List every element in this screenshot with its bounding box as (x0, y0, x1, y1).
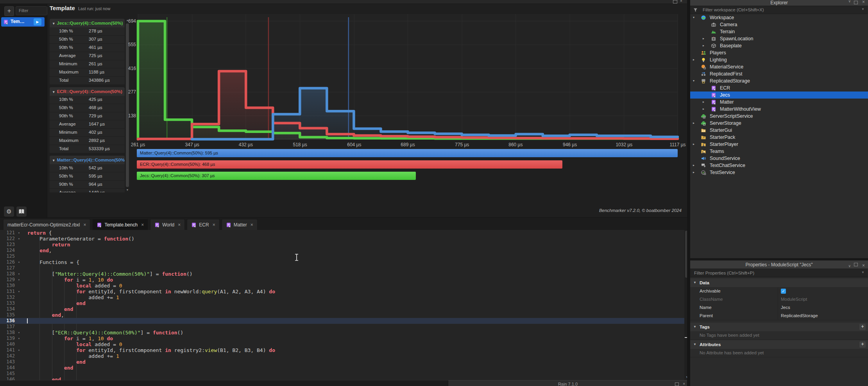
stat-card-header[interactable]: ▾Jecs::Query(4)::Common(50%) (50, 19, 125, 27)
tree-item-startergui[interactable]: StarterGui (690, 127, 868, 134)
chevron-down-icon[interactable]: ▾ (693, 77, 694, 84)
add-benchmark-button[interactable]: + (4, 6, 14, 16)
code-line[interactable]: 139▾ for i = 1, 10 do (0, 336, 684, 341)
tab-close-icon[interactable]: × (141, 222, 144, 228)
chevron-right-icon[interactable]: ▸ (693, 120, 694, 127)
add-attributes-button[interactable]: + (859, 341, 866, 348)
tree-item-matterwithoutview[interactable]: ▸MatterWithoutView (690, 106, 868, 113)
fold-arrow-icon[interactable]: ▾ (18, 259, 20, 265)
chevron-right-icon[interactable]: ▸ (693, 162, 694, 169)
property-value[interactable]: ReplicatedStorage (781, 312, 818, 320)
code-line[interactable]: 125 (0, 253, 684, 259)
code-line[interactable]: 133 end (0, 300, 684, 306)
script-editor[interactable]: 121▾return {122▾ ParameterGenerator = fu… (0, 230, 684, 380)
chevron-right-icon[interactable]: ▸ (693, 169, 694, 176)
benchmark-filter-input[interactable]: Filter (16, 6, 47, 15)
add-tags-button[interactable]: + (859, 324, 866, 330)
fold-arrow-icon[interactable]: ▾ (18, 330, 20, 336)
tree-item-textchatservice[interactable]: ▸TextChatService (690, 162, 868, 169)
code-line[interactable]: 123 return (0, 242, 684, 248)
chevron-down-icon[interactable]: ▼ (861, 7, 864, 11)
tree-item-baseplate[interactable]: ▸Baseplate (690, 42, 868, 49)
tree-item-starterpack[interactable]: StarterPack (690, 134, 868, 141)
tab-ecr[interactable]: ECR× (187, 219, 219, 230)
close-icon[interactable]: × (683, 382, 685, 386)
tab-close-icon[interactable]: × (213, 222, 215, 228)
chevron-down-icon[interactable]: ▾ (693, 14, 694, 21)
code-line[interactable]: 128▾ ["Matter::Query(4)::Common(50%)"] =… (0, 271, 684, 277)
fold-arrow-icon[interactable]: ▾ (18, 236, 20, 242)
tree-item-lighting[interactable]: ▸Lighting (690, 56, 868, 63)
close-icon[interactable]: × (862, 0, 865, 5)
tab-close-icon[interactable]: × (251, 222, 253, 228)
tree-item-serverstorage[interactable]: ▸ServerStorage (690, 120, 868, 127)
properties-filter-input[interactable]: Filter Properties (Ctrl+Shift+P) ▼ (690, 269, 868, 277)
property-value[interactable]: Jecs (781, 303, 790, 312)
code-line[interactable]: 121▾return { (0, 230, 684, 236)
property-section-tags[interactable]: ▼Tags+ (690, 323, 868, 332)
panel-splitter[interactable] (687, 0, 690, 386)
tree-item-spawnlocation[interactable]: ▸SpawnLocation (690, 35, 868, 42)
tree-item-replicatedfirst[interactable]: ReplicatedFirst (690, 70, 868, 77)
benchmark-list-item[interactable]: Tem… ▶ (1, 17, 45, 27)
fold-arrow-icon[interactable]: ▾ (18, 230, 20, 236)
fold-arrow-icon[interactable]: ▾ (18, 336, 20, 341)
chevron-down-icon[interactable]: ▼ (861, 271, 864, 274)
scroll-down-arrow[interactable]: ▼ (125, 189, 129, 192)
tree-item-terrain[interactable]: Terrain (690, 28, 868, 35)
code-line[interactable]: 137 (0, 324, 684, 330)
chevron-right-icon[interactable]: ▸ (703, 106, 704, 113)
dock-icon[interactable] (854, 263, 858, 266)
chevron-down-icon[interactable]: ∨ (848, 0, 851, 3)
code-line[interactable]: 146 end, (0, 377, 684, 380)
chevron-right-icon[interactable]: ▸ (693, 56, 694, 63)
code-line[interactable]: 127 (0, 265, 684, 271)
tab-matter[interactable]: Matter× (222, 219, 258, 230)
fold-arrow-icon[interactable]: ▾ (18, 347, 20, 353)
tree-item-replicatedstorage[interactable]: ▾ReplicatedStorage (690, 77, 868, 84)
code-line[interactable]: 145 (0, 371, 684, 377)
code-line[interactable]: 124 end, (0, 248, 684, 253)
close-icon[interactable]: × (862, 262, 865, 268)
tab-template-bench[interactable]: Template.bench× (92, 219, 148, 230)
code-line[interactable]: 131▾ for entityId, firstComponent in new… (0, 289, 684, 294)
tree-item-soundservice[interactable]: SoundService (690, 155, 868, 162)
code-line[interactable]: 129▾ for i = 1, 10 do (0, 277, 684, 283)
code-line[interactable]: 144 end (0, 365, 684, 371)
code-line[interactable]: 142 added += 1 (0, 353, 684, 359)
close-icon[interactable]: × (680, 0, 682, 3)
dock-icon[interactable] (673, 0, 677, 4)
code-line[interactable]: 134 end (0, 306, 684, 312)
fold-arrow-icon[interactable]: ▾ (18, 277, 20, 283)
fold-arrow-icon[interactable]: ▾ (18, 289, 20, 294)
tree-item-serverscriptservice[interactable]: ServerScriptService (690, 113, 868, 120)
tree-item-matter[interactable]: ▸Matter (690, 99, 868, 106)
run-benchmark-button[interactable]: ▶ (34, 18, 41, 25)
code-line[interactable]: 122▾ ParameterGenerator = function() (0, 236, 684, 242)
property-section-attributes[interactable]: ▼Attributes+ (690, 340, 868, 349)
editor-horizontal-scrollbar[interactable] (0, 380, 448, 386)
code-line[interactable]: 136 (0, 318, 684, 324)
code-line[interactable]: 130 local added = 0 (0, 283, 684, 289)
code-line[interactable]: 138▾ ["ECR::Query(4)::Common(50%)"] = fu… (0, 330, 684, 336)
chevron-right-icon[interactable]: ▸ (703, 35, 704, 42)
dock-icon[interactable] (675, 382, 679, 386)
tree-item-starterplayer[interactable]: ▸StarterPlayer (690, 141, 868, 148)
tree-item-workspace[interactable]: ▾Workspace (690, 14, 868, 21)
tree-item-camera[interactable]: Camera (690, 21, 868, 28)
chevron-right-icon[interactable]: ▸ (693, 141, 694, 148)
dock-icon[interactable] (854, 1, 858, 4)
tab-world[interactable]: World× (150, 219, 185, 230)
tab-matterecr-common-optimize2-rbxl[interactable]: matterEcr-Common-Optimize2.rbxl× (3, 219, 90, 230)
tree-item-teams[interactable]: Teams (690, 148, 868, 155)
stat-card-header[interactable]: ▾Matter::Query(4)::Common(50%) (50, 156, 125, 164)
code-line[interactable]: 143 end (0, 359, 684, 365)
archivable-checkbox[interactable]: ✓ (781, 289, 786, 294)
settings-button[interactable]: ⚙ (4, 206, 14, 217)
code-line[interactable]: 135 end, (0, 312, 684, 318)
chevron-down-icon[interactable]: ∨ (848, 262, 851, 268)
tree-item-testservice[interactable]: ▸TestService (690, 169, 868, 176)
property-section-data[interactable]: ▼Data (690, 278, 868, 287)
tab-close-icon[interactable]: × (178, 222, 181, 228)
tree-item-materialservice[interactable]: MaterialService (690, 63, 868, 70)
